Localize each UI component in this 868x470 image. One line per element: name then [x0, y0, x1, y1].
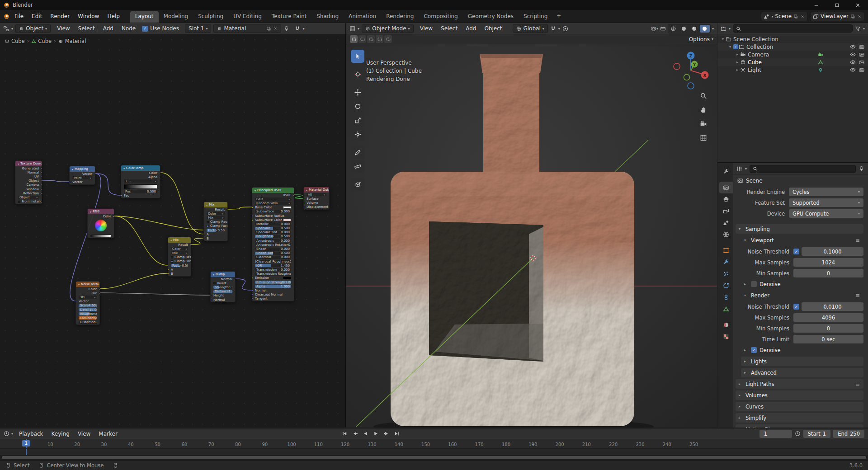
viewport-menu-select[interactable]: Select [437, 24, 462, 33]
shader-node-principled[interactable]: ▾Principled BSDFBSDFGGX▾Random Walk▾Base… [252, 187, 294, 301]
tool-rotate[interactable] [351, 100, 364, 113]
menu-render[interactable]: Render [46, 11, 74, 21]
select-mode-set[interactable] [350, 35, 358, 43]
hide-viewport-icon[interactable] [850, 67, 856, 73]
field-max-samples[interactable]: 4096 [793, 313, 863, 322]
field-noise-threshold[interactable]: 0.0100 [802, 302, 863, 311]
filter-icon[interactable] [855, 26, 861, 32]
panel-lights[interactable]: ▸Lights [741, 357, 863, 366]
editor-type-icon[interactable] [3, 26, 9, 32]
node-socket[interactable] [211, 299, 212, 301]
panel-denoise[interactable]: ▸Denoise [741, 279, 863, 289]
timeline-menu-marker[interactable]: Marker [94, 429, 121, 439]
panel-advanced[interactable]: ▸Advanced [741, 368, 863, 377]
node-socket[interactable] [41, 175, 42, 178]
blender-menu-icon[interactable] [4, 14, 9, 19]
shader-type-dropdown[interactable]: Object ▾ [15, 24, 51, 33]
checkbox-denoise[interactable] [751, 281, 757, 287]
node-row-ior[interactable]: IOR1.450 [252, 263, 294, 268]
shader-node-ramp[interactable]: ▾ColorRampColorAlpha+ −▾Pos0.500Fac [121, 165, 160, 198]
disable-render-icon[interactable] [859, 44, 864, 50]
pan-hand-icon[interactable] [700, 106, 707, 113]
node-row-transmission-roughness[interactable]: Transmission Roughness0.000 [252, 272, 294, 276]
dropdown-render-engine[interactable]: Cycles▾ [789, 188, 863, 196]
node-row-distortion[interactable]: Distortion0.000 [76, 320, 99, 324]
properties-tab-scene[interactable] [719, 217, 733, 229]
node-row-roughness[interactable]: Roughness0.600 [76, 312, 99, 316]
node-row-metallic[interactable]: Metallic0.000 [252, 222, 294, 226]
new-viewlayer-icon[interactable] [850, 14, 855, 19]
shader-node-noise[interactable]: ▾Noise TextureColorFac3D▾VectorScale4.60… [75, 281, 100, 325]
tool-add-cube[interactable] [351, 178, 364, 191]
node-header[interactable]: ▾Principled BSDF [252, 188, 294, 193]
breadcrumb-item-material[interactable]: Material [58, 38, 86, 44]
node-socket[interactable] [252, 294, 253, 296]
field-min-samples[interactable]: 0 [793, 269, 863, 277]
mode-dropdown[interactable]: Object Mode ▾ [362, 24, 414, 33]
shader-node-rgb[interactable]: ▾RGBColor [87, 208, 114, 238]
playback-jump-to-start-button[interactable] [340, 430, 349, 438]
tool-measure[interactable] [351, 160, 364, 173]
shading-rendered-button[interactable] [700, 25, 710, 33]
playback-prev-keyframe-button[interactable] [350, 430, 359, 438]
properties-tab-physics[interactable] [719, 280, 733, 291]
viewlayer-selector[interactable]: ViewLayer [810, 12, 864, 21]
tool-scale[interactable] [351, 114, 364, 127]
panel-simplify[interactable]: ▸Simplify [736, 413, 863, 423]
node-row-factor[interactable]: Factor0.500 [204, 228, 227, 232]
checkbox-noise-threshold[interactable]: ✓ [793, 304, 799, 310]
node-socket[interactable] [41, 171, 42, 174]
workspace-tab-scripting[interactable]: Scripting [519, 11, 552, 23]
properties-tab-render[interactable] [719, 182, 733, 193]
node-socket[interactable] [168, 273, 169, 275]
shading-material-button[interactable] [689, 25, 699, 33]
workspace-tab-layout[interactable]: Layout [130, 11, 159, 23]
node-header[interactable]: ▾Mapping [70, 166, 95, 172]
node-row-invert[interactable]: Invert [211, 281, 235, 285]
node-row-wheel[interactable] [88, 218, 114, 234]
node-row-clamp-factor[interactable]: Clamp Factor [204, 224, 227, 228]
node-socket[interactable] [252, 289, 253, 291]
camera-view-icon[interactable] [700, 120, 707, 127]
disable-render-icon[interactable] [859, 67, 864, 73]
node-header[interactable]: ▾ColorRamp [121, 165, 160, 171]
node-socket[interactable] [252, 215, 253, 217]
breadcrumb-item-cube[interactable]: Cube [5, 38, 25, 44]
node-row-transmission[interactable]: Transmission0.000 [252, 268, 294, 272]
node-socket[interactable] [293, 194, 294, 196]
node-socket[interactable] [252, 277, 253, 279]
node-row-from-instancer[interactable]: From Instancer [15, 200, 42, 204]
timeline-scrollbar[interactable] [0, 455, 868, 460]
node-header[interactable]: ▾Bump [211, 272, 235, 277]
node-socket[interactable] [94, 173, 95, 175]
shader-node-output[interactable]: ▾Material OutputAll▾SurfaceVolumeDisplac… [303, 187, 330, 210]
ortho-grid-icon[interactable] [700, 134, 707, 141]
timeline-track[interactable] [0, 448, 868, 455]
panel-sampling[interactable]: ▾Sampling [736, 224, 863, 234]
node-socket[interactable] [41, 180, 42, 182]
material-name-field[interactable]: Material [213, 24, 281, 33]
orientation-dropdown[interactable]: Global ▾ [513, 24, 547, 33]
node-row-color[interactable]: Color▾ [168, 247, 191, 251]
outliner-search-input[interactable] [733, 24, 853, 33]
node-socket[interactable] [41, 167, 42, 169]
node-socket[interactable] [226, 208, 227, 211]
expand-caret[interactable]: ▾ [727, 45, 733, 49]
add-workspace-button[interactable]: + [552, 10, 565, 22]
properties-tab-tool[interactable] [719, 166, 733, 178]
node-socket[interactable] [70, 181, 71, 183]
shading-wireframe-button[interactable] [669, 25, 679, 33]
workspace-tab-animation[interactable]: Animation [344, 11, 381, 23]
properties-tab-texture[interactable] [719, 331, 733, 343]
node-header[interactable]: ▾RGB [88, 209, 114, 214]
proportional-edit-icon[interactable] [562, 26, 568, 32]
shader-node-mixa[interactable]: ▾MixResultColor▾Mix▾Clamp ResultClamp Fa… [203, 202, 228, 241]
node-socket[interactable] [190, 244, 191, 246]
copy-material-icon[interactable] [266, 26, 271, 31]
node-socket[interactable] [76, 301, 77, 303]
use-nodes-checkbox[interactable]: ✓ [142, 26, 148, 32]
playback-play-button[interactable] [371, 430, 380, 438]
select-mode-subtract[interactable] [367, 35, 375, 43]
panel-viewport[interactable]: ▾Viewport [741, 235, 863, 245]
current-frame-field[interactable]: 1 [760, 430, 792, 438]
